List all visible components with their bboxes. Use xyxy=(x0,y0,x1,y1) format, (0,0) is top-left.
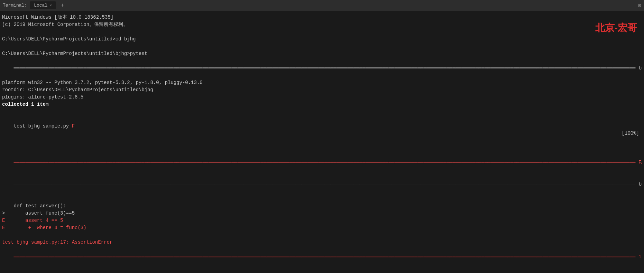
output-line: rootdir: C:\Users\DELL\PycharmProjects\u… xyxy=(2,86,642,94)
tab-close-button[interactable]: × xyxy=(49,3,52,8)
tab-label: Local xyxy=(34,3,47,8)
output-line: plugins: allure-pytest-2.8.5 xyxy=(2,94,642,101)
code-arrow-line: > assert func(3)==5 xyxy=(2,210,642,217)
test-run-line: test_bjhg_sample.py F [100%] xyxy=(2,115,642,144)
output-line xyxy=(2,232,642,239)
error-text-1: assert 4 == 5 xyxy=(5,218,63,223)
error-line-1: E assert 4 == 5 xyxy=(2,217,642,224)
test-filename: test_bjhg_sample.py xyxy=(14,123,72,129)
code-line: def test_answer(): xyxy=(2,203,642,210)
app-name: Terminal: xyxy=(3,3,27,8)
new-tab-button[interactable]: + xyxy=(59,2,66,9)
failed-separator: ════════════════════════════════════════… xyxy=(2,246,642,268)
output-line xyxy=(2,144,642,152)
output-line: collected 1 item xyxy=(2,101,642,108)
test-fail-marker: F xyxy=(72,123,75,129)
settings-icon[interactable]: ⚙ xyxy=(638,2,641,9)
output-line xyxy=(2,195,642,203)
title-bar-left: Terminal: Local × + xyxy=(3,1,638,9)
test-answer-title: test_answer xyxy=(638,181,642,187)
failed-title: 1 failed in 0.14s xyxy=(638,254,642,260)
error-text-2: + where 4 = func(3) xyxy=(5,225,86,230)
output-line: C:\Users\DELL\PycharmProjects\untitled\b… xyxy=(2,50,642,57)
failed-sep-left: ════════════════════════════════════════… xyxy=(14,254,638,260)
output-line xyxy=(2,108,642,115)
test-answer-separator: ────────────────────────────────────────… xyxy=(2,173,642,195)
output-line: C:\Users\DELL\PycharmProjects\untitled>c… xyxy=(2,36,642,43)
title-bar-right: ⚙ xyxy=(638,2,641,9)
terminal-window[interactable]: 北京-宏哥 Microsoft Windows [版本 10.0.18362.5… xyxy=(0,11,644,273)
output-line: (c) 2019 Microsoft Corporation。保留所有权利。 xyxy=(2,21,642,28)
error-line-2: E + where 4 = func(3) xyxy=(2,224,642,232)
output-line: Microsoft Windows [版本 10.0.18362.535] xyxy=(2,14,642,21)
session-separator: ════════════════════════════════════════… xyxy=(2,57,642,79)
test-percent: [100%] xyxy=(622,130,639,137)
test-answer-sep-left: ────────────────────────────────────────… xyxy=(14,181,638,187)
error-location: test_bjhg_sample.py:17: AssertionError xyxy=(2,239,642,246)
failures-separator: ════════════════════════════════════════… xyxy=(2,152,642,173)
output-line: platform win32 -- Python 3.7.2, pytest-5… xyxy=(2,79,642,86)
failures-title: FAILURES xyxy=(638,160,642,165)
watermark: 北京-宏哥 xyxy=(595,21,637,35)
separator-line-left: ════════════════════════════════════════… xyxy=(14,65,638,71)
separator-title: test session starts xyxy=(638,65,642,71)
output-line xyxy=(2,43,642,50)
failures-sep-left: ════════════════════════════════════════… xyxy=(14,160,638,165)
output-line xyxy=(2,28,642,36)
title-bar: Terminal: Local × + ⚙ xyxy=(0,0,644,11)
terminal-tab[interactable]: Local × xyxy=(30,1,56,9)
